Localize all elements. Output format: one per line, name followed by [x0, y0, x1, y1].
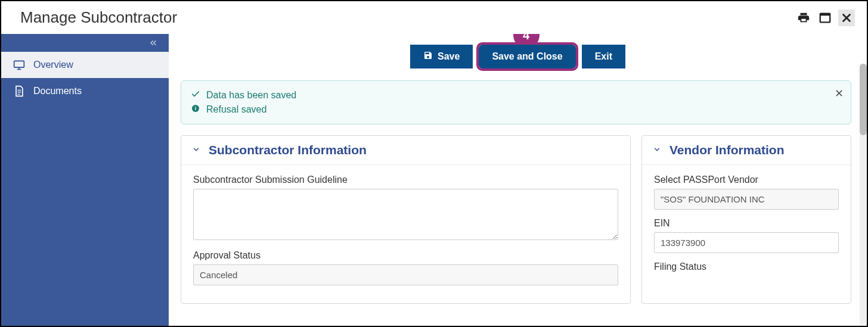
panel-row: Subcontractor Information Subcontractor … [169, 135, 867, 304]
guideline-textarea[interactable] [193, 189, 618, 240]
vendor-panel-body: Select PASSPort Vendor EIN Filing Status [642, 165, 851, 290]
sidebar-item-documents[interactable]: Documents [1, 78, 169, 104]
chevron-down-icon [192, 145, 200, 155]
exit-button-label: Exit [595, 51, 612, 62]
vendor-panel-title: Vendor Information [669, 143, 785, 157]
vendor-panel-header[interactable]: Vendor Information [642, 136, 851, 165]
alert-text-1: Data has been saved [206, 90, 296, 101]
window-header: Manage Subcontractor [1, 1, 867, 34]
approval-status-label: Approval Status [193, 250, 618, 261]
save-and-close-button[interactable]: Save and Close [479, 45, 575, 68]
info-icon: i [191, 104, 200, 116]
select-vendor-field: Select PASSPort Vendor [654, 175, 839, 210]
ein-field: EIN [654, 218, 839, 253]
page-title: Manage Subcontractor [20, 8, 177, 27]
approval-status-field: Approval Status [193, 250, 618, 285]
select-vendor-input [654, 189, 839, 210]
ein-input[interactable] [654, 232, 839, 253]
approval-status-input [193, 264, 618, 285]
exit-button[interactable]: Exit [582, 45, 625, 68]
ein-label: EIN [654, 218, 839, 229]
monitor-icon [13, 59, 25, 71]
main-content: 4 Save Save and Close Exit [169, 34, 867, 326]
print-icon[interactable] [795, 10, 812, 26]
app-window: Manage Subcontractor Overview [0, 0, 868, 327]
svg-rect-1 [820, 13, 830, 15]
sidebar-item-label: Overview [33, 60, 73, 70]
subcontractor-panel-title: Subcontractor Information [209, 143, 367, 157]
filing-status-field: Filing Status [654, 261, 839, 272]
alert-text-2: Refusal saved [206, 104, 266, 115]
maximize-icon[interactable] [817, 10, 833, 26]
save-icon [423, 51, 433, 63]
save-button[interactable]: Save [410, 45, 473, 68]
filing-status-label: Filing Status [654, 261, 839, 272]
guideline-label: Subcontractor Submission Guideline [193, 175, 618, 185]
close-icon[interactable] [838, 10, 855, 26]
alert-line-2: i Refusal saved [191, 102, 841, 117]
window-controls [795, 10, 855, 26]
sidebar-collapse-button[interactable] [1, 34, 169, 52]
sidebar-item-overview[interactable]: Overview [1, 52, 169, 78]
subcontractor-panel: Subcontractor Information Subcontractor … [181, 135, 631, 304]
subcontractor-panel-header[interactable]: Subcontractor Information [181, 136, 630, 165]
check-icon [191, 89, 200, 101]
action-toolbar: Save Save and Close Exit [169, 34, 867, 77]
alert-line-1: Data has been saved [191, 88, 841, 102]
save-and-close-label: Save and Close [492, 51, 562, 62]
app-body: Overview Documents 4 Save Sav [1, 34, 867, 326]
scrollbar[interactable] [860, 64, 867, 326]
alert-banner: Data has been saved i Refusal saved ✕ [181, 80, 851, 124]
subcontractor-panel-body: Subcontractor Submission Guideline Appro… [181, 165, 630, 303]
chevron-down-icon [653, 145, 661, 155]
sidebar: Overview Documents [1, 34, 169, 326]
svg-text:i: i [195, 105, 196, 111]
alert-close-button[interactable]: ✕ [835, 87, 844, 100]
svg-rect-2 [14, 61, 24, 67]
guideline-field: Subcontractor Submission Guideline [193, 175, 618, 242]
save-button-label: Save [438, 51, 460, 62]
scrollbar-thumb[interactable] [860, 64, 867, 135]
sidebar-item-label: Documents [33, 86, 82, 96]
vendor-panel: Vendor Information Select PASSPort Vendo… [641, 135, 851, 304]
select-vendor-label: Select PASSPort Vendor [654, 175, 839, 185]
document-icon [13, 85, 25, 97]
